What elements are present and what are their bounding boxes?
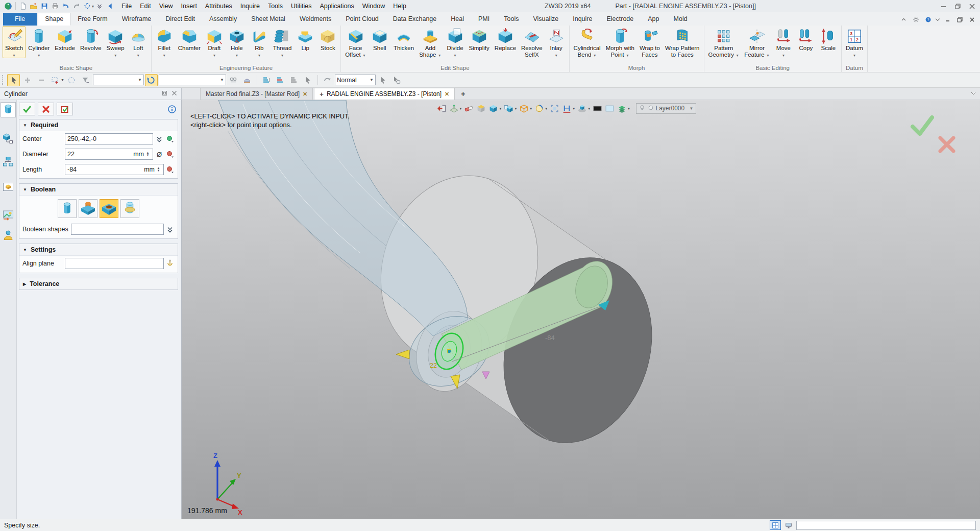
- align-plane-input[interactable]: [65, 258, 164, 269]
- pick-add-icon[interactable]: [21, 74, 34, 86]
- ground-shadow-icon[interactable]: [577, 103, 588, 114]
- panel-close-icon[interactable]: [172, 90, 177, 97]
- tab-list-icon[interactable]: [971, 91, 976, 96]
- help-dropdown-icon[interactable]: [935, 15, 940, 24]
- boolean-base-icon[interactable]: [58, 199, 77, 218]
- menu-view[interactable]: View: [155, 1, 177, 11]
- dimension-display-icon[interactable]: [561, 103, 573, 114]
- ribbon-tab-pmi[interactable]: PMI: [471, 13, 497, 26]
- tab-close-icon[interactable]: ✕: [445, 91, 449, 98]
- ribbon-item-scale[interactable]: Scale: [817, 26, 840, 58]
- sort-type-icon[interactable]: [288, 74, 301, 86]
- visual-manager-icon[interactable]: [1, 180, 16, 195]
- ribbon-item-morph-with-point[interactable]: Morph withPoint ▼: [603, 26, 637, 58]
- ribbon-tab-assembly[interactable]: Assembly: [202, 13, 244, 26]
- ribbon-item-sketch[interactable]: Sketch▼: [3, 26, 26, 58]
- ribbon-item-chamfer[interactable]: Chamfer: [176, 26, 203, 58]
- snap-grid-icon[interactable]: [770, 520, 781, 530]
- viewport[interactable]: -84 22: [182, 100, 980, 519]
- menu-utilities[interactable]: Utilities: [287, 1, 315, 11]
- length-picker-icon[interactable]: [165, 165, 175, 174]
- print-icon[interactable]: [50, 1, 60, 11]
- undo-icon[interactable]: [61, 1, 71, 11]
- ribbon-tab-direct-edit[interactable]: Direct Edit: [158, 13, 202, 26]
- ribbon-item-shell[interactable]: Shell: [369, 26, 391, 58]
- ribbon-item-copy[interactable]: Copy: [795, 26, 817, 58]
- ribbon-item-mirror-feature[interactable]: MirrorFeature ▼: [742, 26, 772, 58]
- diameter-phi-icon[interactable]: Ø: [155, 150, 164, 159]
- ribbon-tab-inquire[interactable]: Inquire: [566, 13, 599, 26]
- required-section-header[interactable]: ▼Required: [19, 119, 178, 131]
- view-plane-icon-dropdown[interactable]: ▼: [459, 107, 462, 110]
- center-expand-icon[interactable]: [155, 134, 164, 143]
- menu-edit[interactable]: Edit: [136, 1, 155, 11]
- ribbon-item-face-offset[interactable]: FaceOffset ▼: [342, 26, 369, 58]
- doc-minimize-icon[interactable]: [942, 15, 952, 24]
- ribbon-item-resolve-selfx[interactable]: ResolveSelfX: [519, 26, 545, 58]
- align-plane-picker-icon[interactable]: [165, 259, 175, 268]
- length-input[interactable]: -84mm▲▼: [65, 164, 164, 175]
- ribbon-item-inlay[interactable]: Inlay▼: [545, 26, 568, 58]
- regen-icon-dropdown[interactable]: ▾: [92, 4, 94, 9]
- ribbon-item-fillet[interactable]: Fillet▼: [153, 26, 176, 58]
- ribbon-tab-visualize[interactable]: Visualize: [526, 13, 566, 26]
- role-manager-icon[interactable]: [1, 228, 16, 243]
- open-file-icon[interactable]: [29, 1, 39, 11]
- apply-button[interactable]: [57, 103, 73, 115]
- pick-window-icon-dropdown[interactable]: ▼: [61, 78, 64, 82]
- reorient-icon[interactable]: [321, 74, 334, 86]
- ribbon-item-pattern-geometry[interactable]: PatternGeometry ▼: [706, 26, 742, 58]
- ribbon-tab-mold[interactable]: Mold: [667, 13, 695, 26]
- related-entities-icon[interactable]: [227, 74, 240, 86]
- length-spinner[interactable]: ▲▼: [156, 167, 161, 172]
- ribbon-item-datum[interactable]: 312Datum▼: [843, 26, 866, 58]
- filter-list-combo[interactable]: ▼: [93, 75, 144, 85]
- doc-tab-master-rod-final-z3-master-rod[interactable]: Master Rod final.Z3 - [Master Rod]✕: [200, 88, 313, 100]
- center-input[interactable]: 250,-42,-0: [65, 133, 153, 144]
- pick-lasso-icon[interactable]: [65, 74, 78, 86]
- background-dark-icon[interactable]: [592, 103, 603, 114]
- app-logo[interactable]: [3, 1, 13, 11]
- show-target-icon[interactable]: [617, 103, 628, 114]
- diameter-picker-icon[interactable]: [165, 150, 175, 159]
- boolean-shapes-expand-icon[interactable]: [165, 225, 175, 234]
- ribbon-item-thicken[interactable]: Thicken: [391, 26, 416, 58]
- help-icon[interactable]: ?: [923, 15, 933, 24]
- pick-last-icon[interactable]: [145, 74, 158, 86]
- display-toggle-icon[interactable]: [783, 520, 794, 530]
- ok-button[interactable]: [19, 103, 35, 115]
- ribbon-tab-file[interactable]: File: [3, 13, 37, 26]
- ribbon-item-hole[interactable]: Hole▼: [226, 26, 248, 58]
- render-manager-icon[interactable]: [1, 207, 16, 223]
- panel-float-icon[interactable]: [162, 90, 167, 97]
- ribbon-tab-app[interactable]: App: [641, 13, 666, 26]
- new-tab-button[interactable]: +: [456, 88, 470, 100]
- ribbon-tab-sheet-metal[interactable]: Sheet Metal: [244, 13, 292, 26]
- blank-entity-icon[interactable]: [463, 103, 475, 114]
- regen-icon[interactable]: [82, 1, 92, 11]
- restore-icon[interactable]: [950, 1, 965, 12]
- assembly-tree-icon[interactable]: [1, 154, 16, 170]
- ribbon-item-cylindrical-bend[interactable]: CylindricalBend ▼: [571, 26, 603, 58]
- shade-mode-icon[interactable]: [488, 103, 499, 114]
- ribbon-item-rib[interactable]: Rib▼: [248, 26, 271, 58]
- save-file-icon[interactable]: [39, 1, 50, 11]
- face-select-icon[interactable]: [241, 74, 254, 86]
- tolerance-section-header[interactable]: ▶Tolerance: [19, 278, 178, 289]
- ribbon-tab-point-cloud[interactable]: Point Cloud: [338, 13, 386, 26]
- wireframe-mode-icon[interactable]: [519, 103, 530, 114]
- menu-attributes[interactable]: Attributes: [201, 1, 236, 11]
- minimize-icon[interactable]: [936, 1, 950, 12]
- selection-sets-combo[interactable]: ▼: [159, 75, 226, 85]
- boolean-intersect-icon[interactable]: [120, 199, 139, 218]
- menu-window[interactable]: Window: [358, 1, 389, 11]
- ribbon-item-extrude[interactable]: Extrude: [52, 26, 78, 58]
- ribbon-item-simplify[interactable]: Simplify: [467, 26, 492, 58]
- settings-gear-icon[interactable]: [911, 15, 921, 24]
- diameter-spinner[interactable]: ▲▼: [145, 152, 151, 157]
- boolean-shapes-input[interactable]: [71, 224, 164, 235]
- pick-cursor-icon[interactable]: [7, 74, 20, 86]
- ribbon-item-thread[interactable]: Thread▼: [271, 26, 294, 58]
- status-input[interactable]: [796, 521, 976, 530]
- pick-remove-icon[interactable]: [35, 74, 47, 86]
